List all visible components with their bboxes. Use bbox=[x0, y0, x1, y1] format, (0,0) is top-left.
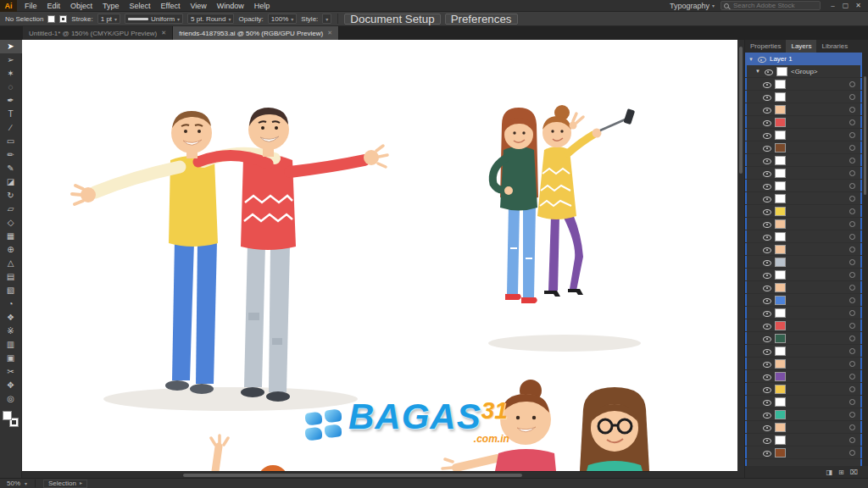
layer-row[interactable] bbox=[745, 408, 862, 421]
mesh-tool[interactable]: ▤ bbox=[0, 270, 22, 284]
preferences-button[interactable]: Preferences bbox=[445, 14, 518, 25]
paintbrush-tool[interactable]: ✏ bbox=[0, 148, 22, 162]
layer-row[interactable] bbox=[745, 167, 862, 180]
layer-target-icon[interactable] bbox=[849, 170, 855, 176]
visibility-eye-icon[interactable] bbox=[762, 435, 771, 445]
scrollbar-thumb[interactable] bbox=[183, 474, 522, 477]
layer-target-icon[interactable] bbox=[849, 145, 855, 151]
layer-target-icon[interactable] bbox=[849, 450, 855, 456]
free-transform-tool[interactable]: ▦ bbox=[0, 230, 22, 243]
column-graph-tool[interactable]: ▥ bbox=[0, 338, 22, 352]
visibility-eye-icon[interactable] bbox=[762, 283, 771, 292]
visibility-eye-icon[interactable] bbox=[762, 245, 771, 254]
visibility-eye-icon[interactable] bbox=[762, 372, 771, 381]
layer-row[interactable] bbox=[745, 307, 862, 319]
shape-builder-tool[interactable]: ⊕ bbox=[0, 243, 22, 257]
menu-object[interactable]: Object bbox=[65, 0, 97, 12]
canvas-artboard[interactable]: BAGAS31 .com.in bbox=[22, 40, 737, 471]
disclosure-triangle-icon[interactable]: ▼ bbox=[748, 57, 754, 62]
disclosure-triangle-icon[interactable]: ▼ bbox=[755, 69, 760, 74]
layer-target-icon[interactable] bbox=[849, 119, 855, 125]
brush-definition-dropdown[interactable]: 5 pt. Round ▾ bbox=[187, 14, 234, 24]
minimize-button[interactable]: – bbox=[826, 0, 839, 12]
lasso-tool[interactable]: ◌ bbox=[0, 80, 22, 94]
menu-type[interactable]: Type bbox=[97, 0, 125, 12]
visibility-eye-icon[interactable] bbox=[762, 156, 771, 165]
menu-file[interactable]: File bbox=[19, 0, 42, 12]
close-tab-icon[interactable]: ✕ bbox=[161, 30, 166, 36]
layer-row[interactable] bbox=[745, 358, 862, 370]
zoom-tool[interactable]: ◎ bbox=[0, 392, 22, 406]
menu-effect[interactable]: Effect bbox=[156, 0, 186, 12]
stroke-width-dropdown[interactable]: 1 pt ▾ bbox=[97, 14, 120, 24]
maximize-button[interactable]: ▢ bbox=[839, 0, 852, 12]
document-tab-1[interactable]: Untitled-1* @ 150% (CMYK/GPU Preview)✕ bbox=[23, 26, 173, 40]
menu-view[interactable]: View bbox=[185, 0, 211, 12]
close-button[interactable]: ✕ bbox=[852, 0, 865, 12]
layer-row[interactable] bbox=[745, 446, 862, 459]
layer-target-icon[interactable] bbox=[849, 374, 855, 380]
layer-target-icon[interactable] bbox=[849, 221, 855, 227]
layer-row[interactable] bbox=[745, 192, 862, 205]
scrollbar-thumb[interactable] bbox=[739, 47, 743, 174]
layers-scrollbar[interactable] bbox=[862, 53, 868, 466]
layer-row[interactable] bbox=[745, 281, 862, 294]
layer-row[interactable] bbox=[745, 91, 862, 103]
stroke-swatch[interactable] bbox=[59, 15, 67, 23]
visibility-eye-icon[interactable] bbox=[762, 347, 771, 356]
visibility-eye-icon[interactable] bbox=[757, 54, 766, 64]
layer-target-icon[interactable] bbox=[849, 81, 855, 87]
visibility-eye-icon[interactable] bbox=[762, 143, 771, 152]
visibility-eye-icon[interactable] bbox=[762, 334, 771, 343]
scale-tool[interactable]: ▱ bbox=[0, 202, 22, 216]
visibility-eye-icon[interactable] bbox=[762, 92, 771, 102]
menu-help[interactable]: Help bbox=[249, 0, 275, 12]
layer-target-icon[interactable] bbox=[849, 424, 855, 430]
magic-wand-tool[interactable]: ✶ bbox=[0, 67, 22, 80]
perspective-grid-tool[interactable]: △ bbox=[0, 257, 22, 270]
layer-row[interactable] bbox=[745, 116, 862, 129]
layer-row[interactable] bbox=[745, 78, 862, 91]
workspace-switcher[interactable]: Typography ▾ bbox=[670, 2, 715, 10]
visibility-eye-icon[interactable] bbox=[762, 423, 771, 432]
visibility-eye-icon[interactable] bbox=[762, 232, 771, 241]
layer-row[interactable] bbox=[745, 103, 862, 116]
fill-stroke-indicator[interactable] bbox=[0, 411, 22, 431]
layer-target-icon[interactable] bbox=[849, 310, 855, 316]
visibility-eye-icon[interactable] bbox=[762, 169, 771, 178]
layer-target-icon[interactable] bbox=[849, 107, 855, 113]
layer-target-icon[interactable] bbox=[849, 336, 855, 341]
panel-tab-layers[interactable]: Layers bbox=[786, 40, 816, 53]
style-dropdown[interactable]: ▾ bbox=[322, 14, 331, 24]
layer-target-icon[interactable] bbox=[849, 132, 855, 138]
layer-row[interactable] bbox=[745, 180, 862, 192]
selection-tool[interactable]: ➤ bbox=[0, 40, 22, 53]
eraser-tool[interactable]: ◪ bbox=[0, 175, 22, 189]
visibility-eye-icon[interactable] bbox=[764, 67, 773, 76]
visibility-eye-icon[interactable] bbox=[762, 207, 771, 216]
visibility-eye-icon[interactable] bbox=[762, 105, 771, 114]
close-tab-icon[interactable]: ✕ bbox=[327, 30, 332, 36]
pen-tool[interactable]: ✒ bbox=[0, 94, 22, 108]
panel-tab-properties[interactable]: Properties bbox=[745, 40, 786, 53]
layer-target-icon[interactable] bbox=[849, 361, 855, 367]
layer-target-icon[interactable] bbox=[849, 323, 855, 329]
layer-row[interactable] bbox=[745, 230, 862, 243]
eyedropper-tool[interactable]: ◔ bbox=[0, 297, 22, 311]
menu-edit[interactable]: Edit bbox=[42, 0, 66, 12]
menu-window[interactable]: Window bbox=[212, 0, 249, 12]
search-input[interactable] bbox=[732, 1, 817, 10]
visibility-eye-icon[interactable] bbox=[762, 296, 771, 305]
layer-row[interactable] bbox=[745, 383, 862, 396]
width-profile-dropdown[interactable]: Uniform ▾ bbox=[125, 14, 183, 24]
stock-search-box[interactable] bbox=[721, 1, 821, 10]
layer-target-icon[interactable] bbox=[849, 94, 855, 100]
layer-target-icon[interactable] bbox=[849, 183, 855, 189]
layer-row[interactable] bbox=[745, 154, 862, 167]
gradient-tool[interactable]: ▧ bbox=[0, 284, 22, 297]
layer-row[interactable] bbox=[745, 421, 862, 434]
blend-tool[interactable]: ❖ bbox=[0, 311, 22, 324]
visibility-eye-icon[interactable] bbox=[762, 118, 771, 127]
symbol-sprayer-tool[interactable]: ※ bbox=[0, 324, 22, 338]
visibility-eye-icon[interactable] bbox=[762, 321, 771, 330]
